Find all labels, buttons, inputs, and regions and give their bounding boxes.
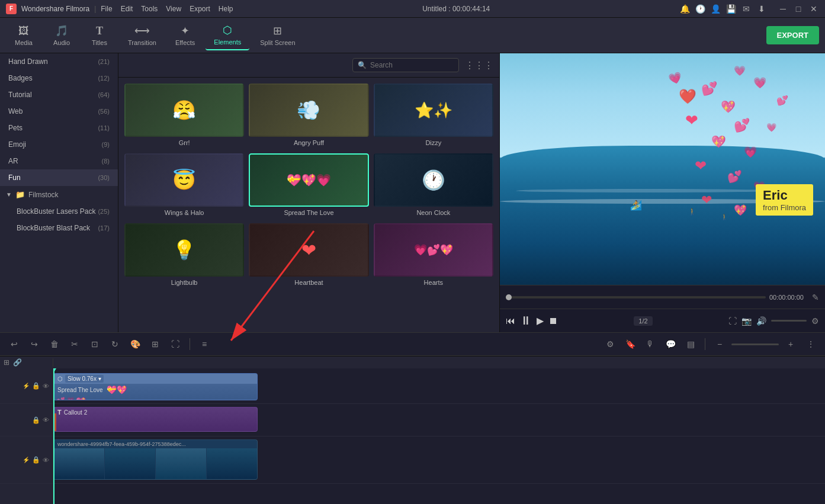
element-spread-love[interactable]: 💝💖💗 Spread The Love — [249, 153, 368, 219]
progress-bar[interactable] — [506, 296, 766, 298]
toolbar-elements[interactable]: ⬡ Elements — [206, 20, 249, 50]
zoom-out-btn[interactable]: − — [711, 336, 728, 352]
track-lock-icon-2[interactable]: 🔒 — [32, 416, 40, 424]
track-lock-icon-3[interactable]: 🔒 — [32, 456, 40, 464]
redo-btn[interactable]: ↪ — [26, 336, 43, 352]
element-grr[interactable]: 😤 Grr! — [124, 84, 244, 149]
rotate-btn[interactable]: ↻ — [107, 336, 123, 352]
link-icon[interactable]: 🔗 — [13, 358, 22, 367]
sidebar-item-fun[interactable]: Fun (30) — [0, 169, 118, 186]
color-btn[interactable]: 🎨 — [127, 336, 143, 352]
element-angry-puff[interactable]: 💨 Angry Puff — [249, 84, 368, 149]
user-icon[interactable]: 👤 — [710, 4, 721, 14]
track-eye-icon-2[interactable]: 👁 — [43, 416, 49, 423]
fullscreen-edit-btn[interactable]: ⛶ — [167, 336, 184, 352]
sidebar-item-hand-drawn[interactable]: Hand Drawn (21) — [0, 53, 118, 70]
element-hearts[interactable]: 💗💕💖 Hearts — [374, 223, 493, 288]
toolbar-titles[interactable]: T Titles — [82, 21, 117, 50]
stop-btn[interactable]: ⏹ — [548, 316, 558, 326]
menu-bar[interactable]: File Edit Tools View Export Help — [101, 5, 233, 13]
window-controls[interactable]: 🔔 🕐 👤 💾 ✉ ⬇ ─ □ ✕ — [679, 4, 819, 14]
subtitle-btn[interactable]: ▤ — [682, 336, 699, 352]
add-track-icon[interactable]: ⊞ — [4, 358, 9, 367]
zoom-slider[interactable] — [731, 344, 779, 345]
sidebar-label-emoji: Emoji — [8, 140, 26, 149]
sidebar-item-ar[interactable]: AR (8) — [0, 153, 118, 169]
minimize-btn[interactable]: ─ — [778, 4, 788, 14]
titles-clip-icon: T — [57, 409, 62, 416]
cut-btn[interactable]: ✂ — [66, 336, 83, 352]
sidebar-item-lasers[interactable]: BlockBuster Lasers Pack (25) — [0, 203, 118, 220]
export-button[interactable]: EXPORT — [766, 26, 819, 44]
time-icon[interactable]: 🕐 — [695, 4, 705, 14]
track-eye-icon-3[interactable]: 👁 — [43, 457, 49, 464]
sidebar-item-pets[interactable]: Pets (11) — [0, 120, 118, 136]
download-icon[interactable]: ⬇ — [756, 4, 767, 14]
zoom-in-btn[interactable]: + — [782, 336, 799, 352]
sidebar-item-tutorial[interactable]: Tutorial (64) — [0, 86, 118, 103]
toolbar-media[interactable]: 🖼 Media — [6, 21, 41, 50]
clip-callout-2[interactable]: T Callout 2 — [53, 407, 258, 432]
menu-tools[interactable]: Tools — [141, 5, 158, 13]
toolbar-split-screen[interactable]: ⊞ Split Screen — [252, 21, 303, 50]
search-icon: 🔍 — [358, 61, 367, 69]
fullscreen-icon[interactable]: ⛶ — [728, 316, 737, 326]
adjust-btn[interactable]: ≡ — [196, 336, 213, 352]
menu-file[interactable]: File — [101, 5, 112, 13]
step-back-btn[interactable]: ⏮ — [506, 316, 515, 326]
toolbar-effects[interactable]: ✦ Effects — [167, 21, 203, 50]
search-bar[interactable]: 🔍 — [352, 58, 459, 72]
edit-icon[interactable]: ✎ — [812, 293, 819, 302]
sidebar-item-blast[interactable]: BlockBuster Blast Pack (17) — [0, 220, 118, 236]
save-icon[interactable]: 💾 — [726, 4, 736, 14]
delete-btn[interactable]: 🗑 — [46, 336, 63, 352]
sidebar-group-filmstock[interactable]: ▼ 📁 Filmstock — [0, 186, 118, 203]
pip-btn[interactable]: ⊞ — [147, 336, 163, 352]
distant-figure-2: 🚶 — [721, 214, 728, 220]
timeline-tracks-area[interactable]: ⬡ Slow 0.76x ▾ Spread The Love 💝💖 💕 💗 💖 — [53, 368, 825, 504]
search-input[interactable] — [370, 61, 447, 69]
menu-export[interactable]: Export — [190, 5, 210, 13]
track-eye-icon[interactable]: 👁 — [43, 383, 49, 390]
sidebar-item-badges[interactable]: Badges (12) — [0, 70, 118, 86]
element-neon-clock[interactable]: 🕐 Neon Clock — [374, 153, 493, 219]
element-wings-halo[interactable]: 😇 Wings & Halo — [124, 153, 244, 219]
undo-btn[interactable]: ↩ — [6, 336, 23, 352]
toolbar-audio[interactable]: 🎵 Audio — [44, 21, 79, 50]
clip-video[interactable]: wondershare-49994fb7-feea-459b-954f-2753… — [53, 439, 258, 480]
settings-icon[interactable]: ⚙ — [811, 316, 819, 326]
marker-btn[interactable]: 🔖 — [622, 336, 638, 352]
sidebar-item-emoji[interactable]: Emoji (9) — [0, 136, 118, 153]
menu-edit[interactable]: Edit — [121, 5, 133, 13]
play-pause-btn[interactable]: ⏸ — [520, 314, 532, 328]
notification-icon[interactable]: 🔔 — [679, 4, 690, 14]
tts-btn[interactable]: 💬 — [662, 336, 679, 352]
record-btn[interactable]: 🎙 — [642, 336, 659, 352]
track-lock-icon[interactable]: 🔒 — [32, 382, 40, 390]
track-speed-icon-2[interactable]: ⚡ — [23, 457, 30, 463]
element-label-dizzy: Dizzy — [425, 137, 441, 149]
screenshot-icon[interactable]: 📷 — [741, 316, 752, 326]
page-indicator[interactable]: 1/2 — [634, 316, 652, 326]
track-speed-icon[interactable]: ⚡ — [23, 383, 30, 389]
timeline-body: ⚡ 🔒 👁 🔒 👁 ⚡ 🔒 👁 — [0, 368, 825, 504]
crop-btn[interactable]: ⊡ — [86, 336, 103, 352]
more-btn[interactable]: ⋮ — [802, 336, 819, 352]
close-btn[interactable]: ✕ — [808, 4, 819, 14]
clip-spread-love[interactable]: ⬡ Slow 0.76x ▾ Spread The Love 💝💖 💕 💗 💖 — [53, 373, 258, 400]
grid-options-icon[interactable]: ⋮⋮⋮ — [465, 60, 493, 71]
step-forward-btn[interactable]: ▶ — [537, 315, 544, 326]
maximize-btn[interactable]: □ — [793, 4, 804, 14]
volume-slider[interactable] — [771, 320, 807, 322]
mail-icon[interactable]: ✉ — [741, 4, 752, 14]
menu-help[interactable]: Help — [219, 5, 233, 13]
element-dizzy[interactable]: ⭐✨ Dizzy — [374, 84, 493, 149]
element-heartbeat[interactable]: ❤ Heartbeat — [249, 223, 368, 288]
volume-icon[interactable]: 🔊 — [756, 316, 766, 326]
toolbar-transition[interactable]: ⟷ Transition — [120, 21, 165, 50]
element-lightbulb[interactable]: 💡 Lightbulb — [124, 223, 244, 288]
snap-btn[interactable]: ⚙ — [602, 336, 618, 352]
timeline-header: ⊞ 🔗 00:00:00:00 00:00:02:00 00:00:04:00 … — [0, 357, 825, 368]
menu-view[interactable]: View — [166, 5, 181, 13]
sidebar-item-web[interactable]: Web (56) — [0, 103, 118, 120]
